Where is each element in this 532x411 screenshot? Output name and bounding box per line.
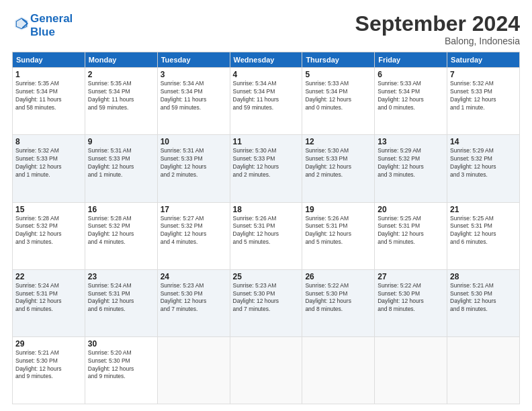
day-number: 17 bbox=[161, 205, 227, 214]
day-number: 28 bbox=[450, 272, 517, 281]
table-cell: 20Sunrise: 5:25 AMSunset: 5:31 PMDayligh… bbox=[375, 202, 447, 269]
day-number: 3 bbox=[161, 70, 227, 79]
day-number: 2 bbox=[88, 70, 154, 79]
day-info: Sunrise: 5:34 AMSunset: 5:34 PMDaylight:… bbox=[161, 80, 227, 112]
table-cell: 25Sunrise: 5:23 AMSunset: 5:30 PMDayligh… bbox=[230, 269, 302, 336]
day-number: 9 bbox=[88, 137, 154, 146]
day-info: Sunrise: 5:33 AMSunset: 5:34 PMDaylight:… bbox=[305, 80, 371, 112]
calendar-table: Sunday Monday Tuesday Wednesday Thursday… bbox=[12, 52, 520, 404]
day-info: Sunrise: 5:25 AMSunset: 5:31 PMDaylight:… bbox=[378, 215, 444, 247]
day-info: Sunrise: 5:26 AMSunset: 5:31 PMDaylight:… bbox=[305, 215, 371, 247]
logo: General Blue bbox=[12, 12, 73, 38]
table-cell: 18Sunrise: 5:26 AMSunset: 5:31 PMDayligh… bbox=[230, 202, 302, 269]
logo-general: General bbox=[30, 12, 73, 26]
empty-cell bbox=[375, 336, 447, 404]
table-cell: 24Sunrise: 5:23 AMSunset: 5:30 PMDayligh… bbox=[157, 269, 230, 336]
calendar-row: 8Sunrise: 5:32 AMSunset: 5:33 PMDaylight… bbox=[13, 135, 520, 202]
day-number: 5 bbox=[305, 70, 371, 79]
table-cell: 28Sunrise: 5:21 AMSunset: 5:30 PMDayligh… bbox=[447, 269, 520, 336]
table-cell: 26Sunrise: 5:22 AMSunset: 5:30 PMDayligh… bbox=[302, 269, 375, 336]
day-info: Sunrise: 5:27 AMSunset: 5:32 PMDaylight:… bbox=[161, 215, 227, 247]
table-cell: 15Sunrise: 5:28 AMSunset: 5:32 PMDayligh… bbox=[13, 202, 85, 269]
day-number: 21 bbox=[450, 205, 517, 214]
table-cell: 8Sunrise: 5:32 AMSunset: 5:33 PMDaylight… bbox=[13, 135, 85, 202]
day-info: Sunrise: 5:22 AMSunset: 5:30 PMDaylight:… bbox=[378, 282, 444, 314]
day-number: 16 bbox=[88, 205, 154, 214]
day-info: Sunrise: 5:23 AMSunset: 5:30 PMDaylight:… bbox=[233, 282, 300, 314]
day-info: Sunrise: 5:22 AMSunset: 5:30 PMDaylight:… bbox=[305, 282, 371, 314]
table-cell: 9Sunrise: 5:31 AMSunset: 5:33 PMDaylight… bbox=[85, 135, 157, 202]
day-number: 22 bbox=[15, 272, 82, 281]
day-number: 14 bbox=[450, 137, 517, 146]
day-info: Sunrise: 5:34 AMSunset: 5:34 PMDaylight:… bbox=[233, 80, 300, 112]
day-number: 11 bbox=[233, 137, 300, 146]
day-number: 25 bbox=[233, 272, 300, 281]
day-info: Sunrise: 5:35 AMSunset: 5:34 PMDaylight:… bbox=[88, 80, 154, 112]
month-title: September 2024 bbox=[355, 12, 520, 36]
table-cell: 6Sunrise: 5:33 AMSunset: 5:34 PMDaylight… bbox=[375, 68, 447, 135]
day-info: Sunrise: 5:32 AMSunset: 5:33 PMDaylight:… bbox=[15, 147, 82, 179]
day-number: 29 bbox=[15, 339, 82, 349]
table-cell: 23Sunrise: 5:24 AMSunset: 5:31 PMDayligh… bbox=[85, 269, 157, 336]
day-info: Sunrise: 5:29 AMSunset: 5:32 PMDaylight:… bbox=[378, 147, 444, 179]
svg-marker-0 bbox=[15, 17, 28, 30]
day-info: Sunrise: 5:21 AMSunset: 5:30 PMDaylight:… bbox=[15, 349, 82, 381]
page: General Blue September 2024 Balong, Indo… bbox=[0, 0, 532, 411]
day-info: Sunrise: 5:29 AMSunset: 5:32 PMDaylight:… bbox=[450, 147, 517, 179]
col-monday: Monday bbox=[85, 52, 157, 68]
day-number: 8 bbox=[15, 137, 82, 146]
day-info: Sunrise: 5:32 AMSunset: 5:33 PMDaylight:… bbox=[450, 80, 517, 112]
empty-cell bbox=[157, 336, 230, 404]
table-cell: 2Sunrise: 5:35 AMSunset: 5:34 PMDaylight… bbox=[85, 68, 157, 135]
table-cell: 21Sunrise: 5:25 AMSunset: 5:31 PMDayligh… bbox=[447, 202, 520, 269]
day-info: Sunrise: 5:20 AMSunset: 5:30 PMDaylight:… bbox=[88, 349, 154, 381]
table-cell: 11Sunrise: 5:30 AMSunset: 5:33 PMDayligh… bbox=[230, 135, 302, 202]
day-info: Sunrise: 5:30 AMSunset: 5:33 PMDaylight:… bbox=[233, 147, 300, 179]
table-cell: 22Sunrise: 5:24 AMSunset: 5:31 PMDayligh… bbox=[13, 269, 85, 336]
day-info: Sunrise: 5:21 AMSunset: 5:30 PMDaylight:… bbox=[450, 282, 517, 314]
table-cell: 4Sunrise: 5:34 AMSunset: 5:34 PMDaylight… bbox=[230, 68, 302, 135]
table-cell: 12Sunrise: 5:30 AMSunset: 5:33 PMDayligh… bbox=[302, 135, 375, 202]
day-number: 30 bbox=[88, 339, 154, 349]
logo-blue: Blue bbox=[30, 26, 73, 39]
table-cell: 17Sunrise: 5:27 AMSunset: 5:32 PMDayligh… bbox=[157, 202, 230, 269]
day-number: 7 bbox=[450, 70, 517, 79]
col-friday: Friday bbox=[375, 52, 447, 68]
table-cell: 29Sunrise: 5:21 AMSunset: 5:30 PMDayligh… bbox=[13, 336, 85, 404]
table-cell: 7Sunrise: 5:32 AMSunset: 5:33 PMDaylight… bbox=[447, 68, 520, 135]
day-number: 1 bbox=[15, 70, 82, 79]
empty-cell bbox=[447, 336, 520, 404]
day-info: Sunrise: 5:31 AMSunset: 5:33 PMDaylight:… bbox=[161, 147, 227, 179]
table-cell: 14Sunrise: 5:29 AMSunset: 5:32 PMDayligh… bbox=[447, 135, 520, 202]
day-number: 4 bbox=[233, 70, 300, 79]
table-cell: 10Sunrise: 5:31 AMSunset: 5:33 PMDayligh… bbox=[157, 135, 230, 202]
day-info: Sunrise: 5:24 AMSunset: 5:31 PMDaylight:… bbox=[88, 282, 154, 314]
day-info: Sunrise: 5:23 AMSunset: 5:30 PMDaylight:… bbox=[161, 282, 227, 314]
day-info: Sunrise: 5:30 AMSunset: 5:33 PMDaylight:… bbox=[305, 147, 371, 179]
table-cell: 3Sunrise: 5:34 AMSunset: 5:34 PMDaylight… bbox=[157, 68, 230, 135]
day-info: Sunrise: 5:28 AMSunset: 5:32 PMDaylight:… bbox=[88, 215, 154, 247]
table-cell: 5Sunrise: 5:33 AMSunset: 5:34 PMDaylight… bbox=[302, 68, 375, 135]
table-cell: 16Sunrise: 5:28 AMSunset: 5:32 PMDayligh… bbox=[85, 202, 157, 269]
day-info: Sunrise: 5:28 AMSunset: 5:32 PMDaylight:… bbox=[15, 215, 82, 247]
day-info: Sunrise: 5:24 AMSunset: 5:31 PMDaylight:… bbox=[15, 282, 82, 314]
col-tuesday: Tuesday bbox=[157, 52, 230, 68]
table-cell: 1Sunrise: 5:35 AMSunset: 5:34 PMDaylight… bbox=[13, 68, 85, 135]
calendar-row: 1Sunrise: 5:35 AMSunset: 5:34 PMDaylight… bbox=[13, 68, 520, 135]
day-number: 19 bbox=[305, 205, 371, 214]
empty-cell bbox=[230, 336, 302, 404]
table-cell: 13Sunrise: 5:29 AMSunset: 5:32 PMDayligh… bbox=[375, 135, 447, 202]
col-saturday: Saturday bbox=[447, 52, 520, 68]
day-info: Sunrise: 5:26 AMSunset: 5:31 PMDaylight:… bbox=[233, 215, 300, 247]
col-sunday: Sunday bbox=[13, 52, 85, 68]
calendar-row: 29Sunrise: 5:21 AMSunset: 5:30 PMDayligh… bbox=[13, 336, 520, 404]
day-number: 24 bbox=[161, 272, 227, 281]
header: General Blue September 2024 Balong, Indo… bbox=[12, 12, 520, 46]
col-thursday: Thursday bbox=[302, 52, 375, 68]
day-number: 10 bbox=[161, 137, 227, 146]
day-info: Sunrise: 5:25 AMSunset: 5:31 PMDaylight:… bbox=[450, 215, 517, 247]
day-number: 20 bbox=[378, 205, 444, 214]
col-wednesday: Wednesday bbox=[230, 52, 302, 68]
day-number: 26 bbox=[305, 272, 371, 281]
day-info: Sunrise: 5:35 AMSunset: 5:34 PMDaylight:… bbox=[15, 80, 82, 112]
